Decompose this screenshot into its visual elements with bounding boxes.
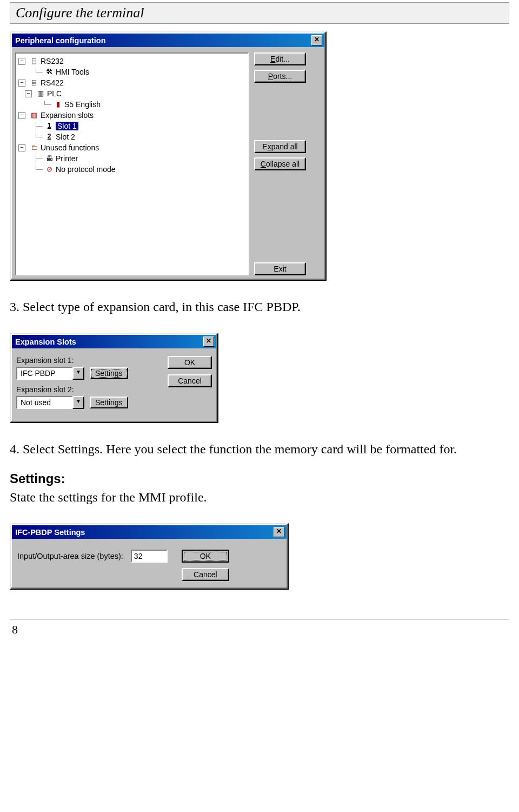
slot2-label: Expansion slot 2: (16, 385, 159, 394)
tool-icon: 🛠 (44, 68, 54, 76)
cancel-button[interactable]: Cancel (168, 374, 212, 387)
tree-item-printer[interactable]: ├─ 🖶 Printer (18, 153, 245, 164)
slot1-settings-button[interactable]: Settings (90, 367, 128, 379)
tree-item-hmi[interactable]: └─ 🛠 HMI Tools (18, 67, 245, 77)
tree-item-unused[interactable]: − 🗀 Unused functions (18, 142, 245, 153)
settings-description: State the settings for the MMI profile. (10, 488, 509, 506)
plc-icon: ▥ (36, 89, 45, 98)
printer-icon: 🖶 (44, 154, 54, 163)
expand-all-button[interactable]: Expand all (254, 140, 306, 153)
tree-label: Expansion slots (41, 111, 94, 120)
close-icon[interactable]: ✕ (311, 35, 322, 45)
collapse-all-button[interactable]: Collapse all (254, 157, 306, 170)
collapse-icon[interactable]: − (18, 144, 25, 151)
tree-label: RS232 (41, 57, 64, 65)
folder-icon: 🗀 (29, 143, 39, 152)
slot1-value: IFC PBDP (16, 367, 72, 380)
close-icon[interactable]: ✕ (274, 527, 284, 537)
tree-item-slot1[interactable]: ├─ 1 Slot 1 (18, 121, 245, 131)
tree-label: Unused functions (41, 143, 99, 152)
dialog-title: Expansion Slots (15, 338, 76, 346)
chevron-down-icon[interactable]: ▼ (72, 396, 84, 409)
ok-button[interactable]: OK (168, 356, 212, 369)
disabled-icon: ⊘ (44, 165, 54, 174)
tree-label: Slot 2 (56, 133, 75, 141)
tree-item-plc[interactable]: − ▥ PLC (18, 88, 245, 99)
page-header: Configure the terminal (10, 2, 509, 24)
dialog-title: IFC-PBDP Settings (15, 528, 85, 537)
tree-label-selected: Slot 1 (56, 122, 78, 130)
slot2-settings-button[interactable]: Settings (90, 397, 128, 408)
titlebar: IFC-PBDP Settings ✕ (12, 525, 287, 539)
port-icon: ⌸ (29, 78, 39, 87)
slot1-combo[interactable]: IFC PBDP ▼ (16, 367, 84, 380)
tree-label: S5 English (64, 100, 101, 109)
slot2-value: Not used (16, 396, 72, 409)
tree-label: No protocol mode (56, 165, 116, 174)
footer-divider (10, 619, 509, 619)
slots-icon: ▥ (29, 111, 39, 120)
tree-label: RS422 (41, 78, 64, 87)
collapse-icon[interactable]: − (25, 90, 32, 97)
port-icon: ⌸ (29, 57, 39, 65)
exit-button[interactable]: Exit (254, 262, 306, 275)
collapse-icon[interactable]: − (18, 112, 25, 119)
tree-item-expansion[interactable]: − ▥ Expansion slots (18, 110, 245, 121)
close-icon[interactable]: ✕ (203, 336, 214, 347)
ok-button[interactable]: OK (182, 550, 229, 563)
tree-label: Printer (56, 154, 78, 163)
step-4-text: 4. Select Settings. Here you select the … (10, 440, 509, 458)
slot-number-icon: 1 (44, 122, 54, 130)
tree-item-rs422[interactable]: − ⌸ RS422 (18, 77, 245, 88)
dialog-title: Peripheral configuration (15, 36, 106, 45)
ports-button[interactable]: Ports... (254, 70, 306, 83)
tree-item-slot2[interactable]: └─ 2 Slot 2 (18, 131, 245, 142)
titlebar: Peripheral configuration ✕ (12, 34, 324, 47)
settings-heading: Settings: (10, 471, 509, 486)
slot1-label: Expansion slot 1: (16, 356, 159, 365)
peripheral-config-dialog: Peripheral configuration ✕ − ⌸ RS232 └─ … (10, 31, 327, 281)
page-number: 8 (10, 623, 509, 637)
peripheral-tree[interactable]: − ⌸ RS232 └─ 🛠 HMI Tools − ⌸ RS422 − ▥ (15, 52, 249, 275)
io-size-label: Input/Output-area size (bytes): (17, 550, 123, 560)
collapse-icon[interactable]: − (18, 58, 25, 65)
collapse-icon[interactable]: − (18, 80, 25, 87)
step-3-text: 3. Select type of expansion card, in thi… (10, 298, 509, 315)
tree-label: PLC (47, 89, 62, 98)
slot2-combo[interactable]: Not used ▼ (16, 396, 84, 409)
expansion-slots-dialog: Expansion Slots ✕ Expansion slot 1: IFC … (10, 333, 218, 423)
chevron-down-icon[interactable]: ▼ (72, 367, 84, 380)
tree-item-noprotocol[interactable]: └─ ⊘ No protocol mode (18, 164, 245, 175)
io-size-input[interactable]: 32 (131, 550, 168, 563)
tree-item-rs232[interactable]: − ⌸ RS232 (18, 56, 245, 67)
ifc-pbdp-settings-dialog: IFC-PBDP Settings ✕ Input/Output-area si… (10, 523, 289, 590)
titlebar: Expansion Slots ✕ (12, 335, 216, 348)
tree-label: HMI Tools (56, 68, 89, 76)
cancel-button[interactable]: Cancel (182, 568, 229, 581)
edit-button[interactable]: Edit... (254, 52, 306, 65)
module-icon: ▮ (53, 100, 63, 109)
tree-item-s5[interactable]: └─ ▮ S5 English (18, 99, 245, 110)
slot-number-icon: 2 (44, 133, 54, 141)
